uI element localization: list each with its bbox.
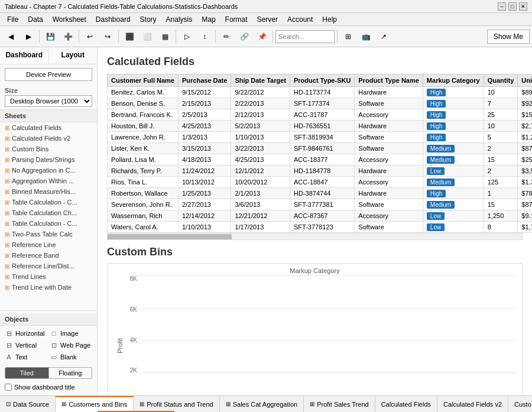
menu-story[interactable]: Story	[135, 14, 161, 25]
minimize-button[interactable]: –	[498, 2, 506, 11]
table-cell: $927.10	[518, 98, 532, 109]
sheet-item-calculated-fields[interactable]: ⊞ Calculated Fields	[0, 122, 97, 133]
tab-sales-cat[interactable]: ⊞ Sales Cat Aggregation	[220, 396, 304, 412]
sheet-item-aggregation[interactable]: ⊞ Aggregation Within ...	[0, 176, 97, 186]
table-cell: 1/25/2013	[178, 188, 231, 199]
sheet-icon-12: ⊞	[5, 242, 9, 248]
close-button[interactable]: ✕	[519, 2, 527, 11]
sheet-item-reference-line-dist[interactable]: ⊞ Reference Line/Dist...	[0, 261, 97, 271]
col-markup-category: Markup Category	[423, 74, 484, 87]
sheet-item-custom-bins[interactable]: ⊞ Custom Bins	[0, 144, 97, 154]
sheet-name-16: Trend Line with Date	[12, 284, 72, 291]
table-cell: 4/25/2013	[178, 121, 231, 132]
sheet-item-reference-band[interactable]: ⊞ Reference Band	[0, 250, 97, 261]
show-me-button[interactable]: Show Me	[487, 30, 530, 44]
markup-category-badge: High	[427, 89, 446, 96]
redo-button[interactable]: ↪	[99, 28, 116, 45]
tab-profit-sales[interactable]: ⊞ Profit Sales Trend	[304, 396, 375, 412]
toolbar-separator-6	[273, 30, 273, 43]
table-cell: Severenson, John R.	[108, 199, 179, 210]
sheet-item-calculated-fields-v2[interactable]: ⊞ Calculated Fields v2	[0, 133, 97, 144]
objects-section: Objects ⊟ Horizontal □ Image ⊟ Vertical …	[0, 310, 97, 395]
search-input[interactable]	[275, 30, 335, 43]
sheet-item-two-pass[interactable]: ⊞ Two-Pass Table Calc	[0, 229, 97, 239]
add-button[interactable]: ➕	[60, 28, 76, 45]
menu-format[interactable]: Format	[220, 14, 252, 25]
col-purchase-date: Purchase Date	[178, 74, 231, 87]
share-button[interactable]: ↗	[375, 28, 392, 45]
table-cell: ACC-31787	[290, 109, 355, 121]
menu-dashboard[interactable]: Dashboard	[91, 14, 135, 25]
toolbar-btn-12[interactable]: 📌	[254, 28, 270, 45]
menu-data[interactable]: Data	[23, 14, 47, 25]
menu-map[interactable]: Map	[197, 14, 220, 25]
tab-data-source[interactable]: ⊡ Data Source	[0, 396, 56, 412]
back-button[interactable]: ◀	[2, 28, 19, 45]
sheet-item-binned[interactable]: ⊞ Binned Measure/His...	[0, 186, 97, 197]
table-cell: ACC-18847	[290, 177, 355, 188]
maximize-button[interactable]: □	[508, 2, 517, 11]
sheet-item-table-calc-2[interactable]: ⊞ Table Calculation - C...	[0, 218, 97, 229]
toolbar-btn-9[interactable]: ↕	[196, 28, 213, 45]
table-scroll-bar[interactable]	[107, 233, 523, 240]
object-image[interactable]: □ Image	[50, 328, 92, 339]
markup-category-badge: Medium	[427, 179, 455, 186]
floating-button[interactable]: Floating	[49, 367, 93, 379]
tab-calc-fields[interactable]: Calculated Fields	[375, 396, 437, 412]
window-controls[interactable]: – □ ✕	[498, 2, 527, 11]
toolbar-btn-6[interactable]: ⬜	[139, 28, 155, 45]
tab-customers-bins[interactable]: ⊞ Customers and Bins	[56, 396, 134, 412]
main-layout: Dashboard Layout Device Preview Size Des…	[0, 47, 532, 395]
forward-button[interactable]: ▶	[20, 28, 37, 45]
sheet-item-trend-line-date[interactable]: ⊞ Trend Line with Date	[0, 282, 97, 293]
table-cell: $1.31	[518, 177, 532, 188]
view-mode-button[interactable]: ⊞	[340, 28, 356, 45]
table-cell: 2	[484, 143, 518, 154]
save-button[interactable]: 💾	[42, 28, 59, 45]
toolbar-btn-10[interactable]: ✏	[218, 28, 235, 45]
toolbar-btn-7[interactable]: ▦	[157, 28, 173, 45]
sheet-item-table-calc-1[interactable]: ⊞ Table Calculation - C...	[0, 197, 97, 207]
menu-bar: File Data Worksheet Dashboard Story Anal…	[0, 13, 532, 26]
undo-button[interactable]: ↩	[82, 28, 98, 45]
sheet-item-trend-lines[interactable]: ⊞ Trend Lines	[0, 271, 97, 282]
menu-help[interactable]: Help	[317, 14, 342, 25]
menu-server[interactable]: Server	[252, 14, 283, 25]
toolbar-separator-2	[79, 30, 79, 43]
toolbar-btn-11[interactable]: 🔗	[236, 28, 252, 45]
object-web-page[interactable]: ⊡ Web Page	[50, 340, 92, 351]
tab-custo[interactable]: Custo	[508, 396, 532, 412]
size-dropdown[interactable]: Desktop Browser (1000 x 8...	[5, 95, 92, 107]
menu-worksheet[interactable]: Worksheet	[48, 14, 91, 25]
web-page-icon: ⊡	[50, 341, 58, 349]
sheet-item-parsing-dates[interactable]: ⊞ Parsing Dates/Strings	[0, 154, 97, 165]
sheet-icon-13: ⊞	[5, 252, 9, 259]
toolbar-btn-8[interactable]: ▷	[179, 28, 195, 45]
tiled-button[interactable]: Tiled	[5, 367, 49, 379]
tab-profit-status[interactable]: ⊞ Profit Status and Trend	[134, 396, 220, 412]
tab-calc-fields-v2[interactable]: Calculated Fields v2	[437, 396, 508, 412]
sheet-item-table-calc-ch[interactable]: ⊞ Table Calculation Ch...	[0, 207, 97, 218]
device-preview-button[interactable]: Device Preview	[5, 68, 92, 81]
table-cell: Hardware	[355, 87, 423, 98]
show-title-checkbox[interactable]	[5, 384, 12, 391]
sheet-item-reference-line[interactable]: ⊞ Reference Line	[0, 239, 97, 250]
table-cell: Medium	[423, 143, 484, 154]
sheet-item-no-aggregation[interactable]: ⊞ No Aggregation in C...	[0, 165, 97, 176]
tab-dashboard[interactable]: Dashboard	[0, 47, 49, 64]
present-button[interactable]: 📺	[358, 28, 374, 45]
tab-layout[interactable]: Layout	[49, 47, 98, 64]
table-cell: 1/3/2013	[178, 132, 231, 143]
object-blank[interactable]: ▭ Blank	[50, 352, 92, 362]
menu-analysis[interactable]: Analysis	[161, 14, 197, 25]
toolbar-btn-5[interactable]: ⬛	[121, 28, 138, 45]
table-cell: Wasserman, Rich	[108, 210, 179, 222]
table-scroll-thumb[interactable]	[108, 234, 232, 240]
menu-account[interactable]: Account	[283, 14, 317, 25]
sheets-section: Sheets ⊞ Calculated Fields ⊞ Calculated …	[0, 109, 97, 310]
object-text[interactable]: A Text	[5, 352, 47, 362]
table-cell: High	[423, 188, 484, 199]
menu-file[interactable]: File	[2, 14, 23, 25]
object-horizontal[interactable]: ⊟ Horizontal	[5, 328, 47, 339]
object-vertical[interactable]: ⊟ Vertical	[5, 340, 47, 351]
